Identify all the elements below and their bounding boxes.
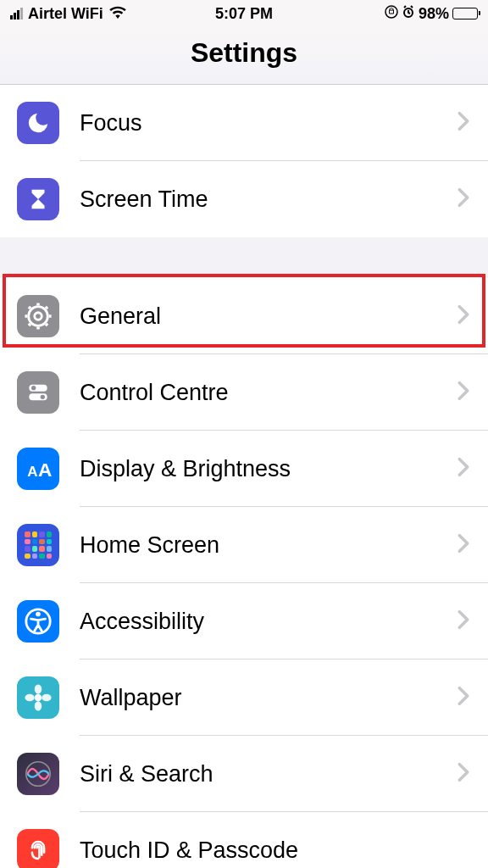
wifi-icon	[108, 5, 127, 23]
alarm-icon	[402, 5, 415, 23]
svg-point-14	[35, 701, 42, 710]
row-label: Siri & Search	[80, 761, 458, 787]
chevron-right-icon	[458, 111, 469, 135]
chevron-right-icon	[458, 457, 469, 481]
row-label: Touch ID & Passcode	[80, 837, 488, 864]
svg-point-12	[35, 694, 42, 702]
battery-icon	[452, 8, 478, 19]
svg-point-11	[36, 612, 41, 617]
chevron-right-icon	[458, 686, 469, 709]
time-label: 5:07 PM	[215, 5, 273, 23]
svg-text:A: A	[38, 459, 52, 481]
settings-row-display[interactable]: AA Display & Brightness	[0, 431, 488, 507]
page-title: Settings	[0, 37, 488, 69]
chevron-right-icon	[458, 304, 469, 328]
status-left: Airtel WiFi	[10, 5, 127, 23]
settings-row-accessibility[interactable]: Accessibility	[0, 583, 488, 659]
row-label: Wallpaper	[80, 685, 458, 711]
app-grid-icon	[17, 524, 59, 566]
flower-icon	[17, 676, 59, 719]
chevron-right-icon	[458, 187, 469, 211]
chevron-right-icon	[458, 762, 469, 786]
settings-row-wallpaper[interactable]: Wallpaper	[0, 659, 488, 736]
cellular-icon	[10, 8, 23, 19]
status-right: 98%	[385, 5, 478, 23]
svg-text:A: A	[27, 464, 37, 480]
accessibility-icon	[17, 600, 59, 643]
row-label: Accessibility	[80, 609, 458, 635]
settings-row-screentime[interactable]: Screen Time	[0, 161, 488, 237]
battery-percent: 98%	[419, 5, 449, 23]
orientation-lock-icon	[385, 5, 398, 23]
settings-row-general[interactable]: General	[0, 278, 488, 354]
svg-point-2	[35, 313, 42, 320]
hourglass-icon	[17, 178, 59, 220]
settings-list: Focus Screen Time General Control Centre	[0, 85, 488, 868]
siri-icon	[17, 753, 59, 795]
group-separator	[0, 237, 488, 278]
svg-point-7	[41, 395, 45, 399]
row-label: Home Screen	[80, 532, 458, 559]
row-label: Display & Brightness	[80, 456, 458, 482]
row-label: Control Centre	[80, 380, 458, 406]
settings-row-siri[interactable]: Siri & Search	[0, 736, 488, 812]
row-label: Screen Time	[80, 186, 458, 213]
carrier-label: Airtel WiFi	[28, 5, 103, 23]
header: Settings	[0, 27, 488, 85]
row-label: Focus	[80, 110, 458, 136]
toggles-icon	[17, 371, 59, 414]
chevron-right-icon	[458, 533, 469, 557]
svg-point-13	[35, 684, 42, 693]
moon-icon	[17, 102, 59, 144]
row-label: General	[80, 303, 458, 330]
svg-point-3	[29, 307, 48, 326]
fingerprint-icon	[17, 829, 59, 868]
settings-row-control-centre[interactable]: Control Centre	[0, 354, 488, 431]
settings-row-home-screen[interactable]: Home Screen	[0, 507, 488, 583]
gear-icon	[17, 295, 59, 337]
svg-point-5	[31, 386, 36, 390]
svg-point-15	[25, 694, 34, 702]
chevron-right-icon	[458, 381, 469, 404]
text-size-icon: AA	[17, 448, 59, 490]
svg-point-16	[42, 694, 51, 702]
status-bar: Airtel WiFi 5:07 PM 98%	[0, 0, 488, 27]
settings-row-touchid[interactable]: Touch ID & Passcode	[0, 812, 488, 868]
settings-row-focus[interactable]: Focus	[0, 85, 488, 161]
chevron-right-icon	[458, 609, 469, 633]
